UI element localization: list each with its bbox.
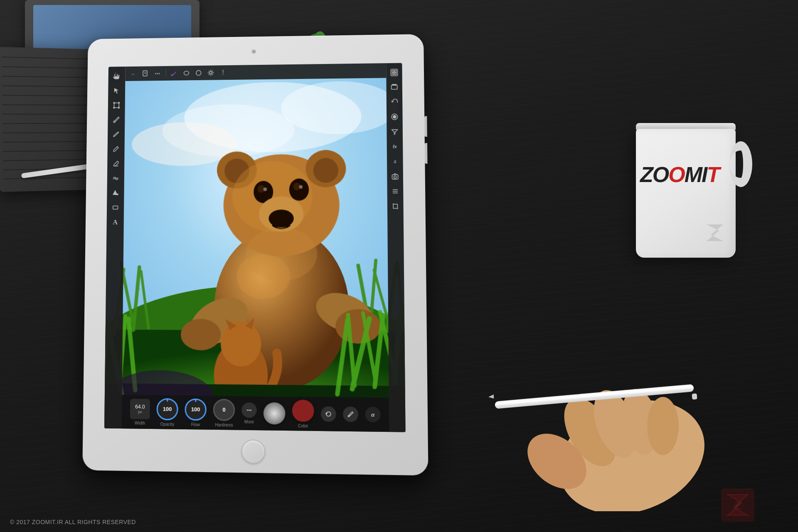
brush-tool-icon[interactable] xyxy=(169,68,179,78)
more-control[interactable]: More xyxy=(241,402,256,424)
color-label: Color xyxy=(298,423,308,428)
svg-point-39 xyxy=(299,185,303,189)
smudge-tool[interactable] xyxy=(109,172,123,185)
watermark-logo: Z xyxy=(719,486,756,524)
svg-rect-85 xyxy=(392,85,397,89)
layers-button[interactable] xyxy=(388,81,400,94)
back-button[interactable]: ← xyxy=(128,69,138,79)
svg-rect-82 xyxy=(394,70,396,72)
svg-point-90 xyxy=(394,176,397,178)
text-style-button[interactable]: a xyxy=(389,155,401,167)
hardness-label: Hardness xyxy=(215,422,233,427)
svg-rect-84 xyxy=(394,73,396,74)
alpha-control[interactable]: α xyxy=(365,407,380,423)
svg-point-41 xyxy=(269,209,294,227)
brush-width-label: Width xyxy=(135,421,145,425)
svg-point-70 xyxy=(209,71,212,74)
svg-point-42 xyxy=(246,227,318,281)
opacity-dial[interactable]: 100 xyxy=(156,398,178,420)
eyedropper-icon[interactable] xyxy=(343,406,358,422)
color-picker-button[interactable] xyxy=(388,111,401,123)
eraser-tool[interactable] xyxy=(109,157,123,170)
svg-point-26 xyxy=(181,319,221,350)
toolbar-separator xyxy=(166,70,166,77)
svg-point-76 xyxy=(113,121,115,123)
lasso-tool-icon[interactable] xyxy=(182,68,192,78)
svg-point-72 xyxy=(113,102,115,103)
settings-icon[interactable] xyxy=(206,68,216,78)
hardness-dial[interactable]: 0 xyxy=(213,399,235,421)
flow-dial[interactable]: 100 xyxy=(185,398,206,420)
svg-point-68 xyxy=(184,71,189,75)
svg-point-88 xyxy=(393,115,396,118)
fill-tool[interactable] xyxy=(109,186,122,200)
document-icon[interactable] xyxy=(140,69,150,79)
alert-icon[interactable]: ! xyxy=(218,68,228,78)
transform-tool[interactable] xyxy=(110,99,123,112)
toolbar-top: ← ••• xyxy=(125,63,386,81)
ipad-home-button[interactable] xyxy=(241,439,265,463)
brush-controls-panel: 64.0 px Width 100 Opacity 100 Flow xyxy=(122,395,389,432)
svg-point-69 xyxy=(196,71,201,76)
gallery-button[interactable] xyxy=(388,66,400,79)
svg-rect-79 xyxy=(113,206,118,209)
brush-tool[interactable] xyxy=(110,128,123,141)
sync-icon[interactable] xyxy=(321,406,336,421)
svg-text:Z: Z xyxy=(734,499,741,512)
undo-button[interactable] xyxy=(388,96,401,108)
svg-point-74 xyxy=(113,107,115,108)
svg-rect-71 xyxy=(114,103,119,108)
fx-button[interactable]: fx xyxy=(389,140,401,153)
copyright-text: © 2017 ZOOMIT.IR ALL RIGHTS RESERVED xyxy=(10,519,136,525)
svg-rect-86 xyxy=(392,84,397,85)
text-tool[interactable]: A xyxy=(108,216,122,229)
mug-logo-icon xyxy=(702,220,727,245)
crop-button[interactable] xyxy=(389,200,402,212)
ipad-volume-button-1[interactable] xyxy=(424,116,427,137)
svg-point-97 xyxy=(247,409,248,411)
select-tool[interactable] xyxy=(110,84,123,97)
svg-rect-83 xyxy=(392,73,394,74)
more-button[interactable] xyxy=(241,402,256,418)
more-options-button[interactable]: ••• xyxy=(153,69,163,79)
svg-point-44 xyxy=(221,321,261,367)
svg-point-35 xyxy=(289,178,309,201)
svg-rect-94 xyxy=(393,204,397,208)
svg-point-98 xyxy=(249,409,250,411)
opacity-label: Opacity xyxy=(160,421,174,426)
brush-width-value[interactable]: 64.0 px xyxy=(130,399,150,419)
svg-point-67 xyxy=(171,74,173,76)
brush-width-control[interactable]: 64.0 px Width xyxy=(130,399,150,425)
svg-point-99 xyxy=(250,409,251,411)
svg-rect-81 xyxy=(392,71,394,72)
flow-label: Flow xyxy=(191,422,200,426)
toolbar-right: fx a xyxy=(386,63,405,432)
mug-handle xyxy=(729,141,752,187)
ipad-camera xyxy=(252,49,256,54)
artwork-canvas[interactable] xyxy=(104,63,406,432)
circle-tool-icon[interactable] xyxy=(194,68,204,78)
brush-flow-control[interactable]: 100 Flow xyxy=(185,398,206,427)
brush-opacity-control[interactable]: 100 Opacity xyxy=(156,398,178,427)
color-swatch[interactable] xyxy=(292,399,314,422)
mug-body: ZOOMIT xyxy=(636,129,736,258)
svg-point-38 xyxy=(264,187,267,191)
svg-point-75 xyxy=(118,107,120,108)
ipad-screen: ← ••• xyxy=(104,63,406,432)
camera-button[interactable] xyxy=(389,170,401,182)
pan-tool[interactable] xyxy=(110,70,123,83)
svg-point-73 xyxy=(118,102,120,103)
brush-preview xyxy=(264,402,286,425)
eyedropper-tool[interactable] xyxy=(110,113,123,126)
shape-tool[interactable] xyxy=(109,201,122,214)
more-label: More xyxy=(244,419,254,424)
svg-point-32 xyxy=(313,158,339,183)
ipad-device: ← ••• xyxy=(82,34,428,475)
ipad-volume-button-2[interactable] xyxy=(425,143,428,164)
color-control[interactable]: Color xyxy=(292,399,314,428)
brush-hardness-control[interactable]: 0 Hardness xyxy=(213,399,235,427)
zoomit-mug: ZOOMIT xyxy=(636,116,744,258)
pencil-tool[interactable] xyxy=(109,143,122,155)
filter-button[interactable] xyxy=(388,126,401,138)
arrange-button[interactable] xyxy=(389,185,402,197)
